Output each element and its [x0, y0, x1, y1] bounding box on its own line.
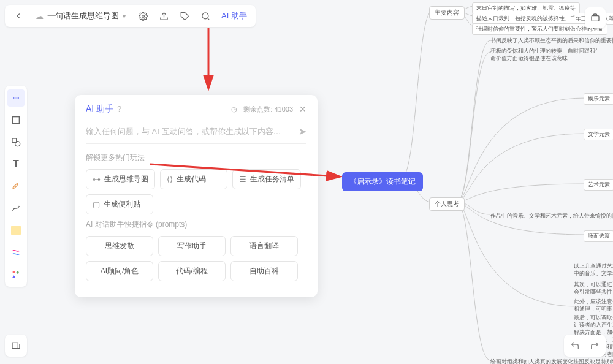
- chip-writing[interactable]: 写作助手: [158, 236, 226, 256]
- top-toolbar: ☁ 一句话生成思维导图 ▾ AI 助手: [5, 5, 256, 27]
- redo-button[interactable]: [586, 337, 603, 354]
- mindmap-leaf[interactable]: 相通理，可明事: [574, 305, 612, 313]
- breadcrumb[interactable]: ☁ 一句话生成思维导图 ▾: [31, 10, 131, 21]
- tool-sticky[interactable]: [7, 222, 25, 239]
- mindmap-node-main[interactable]: 主要内容: [429, 6, 465, 20]
- svg-marker-10: [12, 275, 15, 278]
- svg-rect-12: [592, 16, 599, 21]
- ai-input-row: ➤: [86, 122, 306, 144]
- chip-generate-tasklist[interactable]: ☰生成任务清单: [232, 169, 301, 189]
- search-button[interactable]: [197, 7, 214, 25]
- mindmap-leaf[interactable]: 作品中的音乐、文学和艺术元素，给人带来愉悦的阅读感受: [490, 212, 613, 220]
- send-button[interactable]: ➤: [299, 126, 306, 137]
- undo-button[interactable]: [566, 337, 584, 354]
- svg-rect-11: [12, 343, 18, 348]
- chip-encyclopedia[interactable]: 自助百科: [230, 261, 298, 281]
- chip-coding[interactable]: 代码/编程: [158, 261, 226, 281]
- tool-more[interactable]: [7, 266, 25, 283]
- code-icon: ⟨⟩: [167, 175, 173, 184]
- section-prompts-label: AI 对话助手快捷指令 (prompts): [86, 219, 306, 230]
- mindmap-node-entertainment[interactable]: 娱乐元素: [584, 93, 613, 105]
- ai-prompt-input[interactable]: [86, 127, 299, 136]
- section-hot-label: 解锁更多热门玩法: [86, 153, 306, 163]
- chip-generate-mindmap[interactable]: ⊶生成思维导图: [86, 169, 155, 189]
- credits-label: 剩余点数: 41003: [243, 105, 293, 114]
- tool-connector[interactable]: [7, 200, 25, 217]
- layers-button[interactable]: [5, 335, 27, 357]
- mindmap-leaf[interactable]: 中的音乐、文学和艺: [574, 270, 613, 278]
- svg-point-2: [202, 12, 208, 18]
- tool-frame[interactable]: [7, 112, 25, 129]
- chip-generate-sticky[interactable]: ▢生成便利贴: [86, 194, 153, 214]
- back-button[interactable]: [10, 7, 27, 25]
- credits-icon: ◷: [231, 105, 237, 113]
- svg-rect-4: [13, 97, 18, 99]
- mindmap-leaf[interactable]: 会引发哪些共性，并: [574, 288, 613, 296]
- tool-shape[interactable]: [7, 134, 25, 151]
- mindmap-node-art[interactable]: 艺术元素: [584, 179, 613, 191]
- mindmap-node-scene[interactable]: 场面选渡: [584, 230, 613, 242]
- cloud-icon: ☁: [36, 12, 44, 21]
- mindmap-leaf[interactable]: 绘画对组类和如人类真的发展变化挂图反映是特别对各发展: [490, 358, 613, 364]
- help-icon[interactable]: ?: [117, 105, 121, 113]
- tool-text[interactable]: T: [7, 156, 25, 173]
- tool-mindmap[interactable]: [7, 244, 25, 261]
- settings-button[interactable]: [134, 7, 151, 25]
- breadcrumb-title: 一句话生成思维导图: [47, 10, 119, 21]
- mindmap-leaf[interactable]: 书阅反映了人类不顾生态平衡的后果和信仰的重要性: [490, 37, 613, 45]
- sticky-icon: ▢: [93, 200, 100, 209]
- side-toolbar: T: [5, 86, 27, 287]
- svg-rect-8: [13, 271, 15, 273]
- chip-ai-role[interactable]: AI顾问/角色: [86, 261, 153, 281]
- tool-pen[interactable]: [7, 178, 25, 195]
- tag-button[interactable]: [176, 7, 193, 25]
- mindmap-icon: ⊶: [93, 175, 101, 184]
- tool-select[interactable]: [7, 89, 25, 107]
- toolbox-button[interactable]: [585, 7, 606, 28]
- ai-assistant-link[interactable]: AI 助手: [218, 10, 251, 21]
- mindmap-leaf[interactable]: 积极的受惊和人的生理的转奏、自时间跟和生命价值方面做得很是使在该意味: [490, 48, 601, 62]
- chip-generate-code[interactable]: ⟨⟩生成代码: [160, 169, 227, 189]
- chip-translate[interactable]: 语言翻译: [230, 236, 298, 256]
- svg-point-7: [15, 142, 20, 146]
- svg-point-9: [17, 271, 19, 274]
- mindmap-root-node[interactable]: 《启示录》读书笔记: [342, 172, 423, 191]
- mindmap-node-literature[interactable]: 文学元素: [584, 129, 613, 140]
- svg-point-0: [142, 15, 144, 17]
- ai-assistant-panel: AI 助手 ? ◷ 剩余点数: 41003 ✕ ➤ 解锁更多热门玩法 ⊶生成思维…: [75, 95, 318, 297]
- close-button[interactable]: ✕: [299, 104, 306, 114]
- history-controls: [564, 335, 606, 357]
- export-button[interactable]: [155, 7, 172, 25]
- mindmap-node-think[interactable]: 个人思考: [429, 197, 465, 211]
- svg-line-3: [207, 18, 209, 20]
- annotation-arrow-1: [153, 28, 227, 95]
- chevron-down-icon: ▾: [123, 13, 126, 20]
- chip-diverge[interactable]: 思维发散: [86, 236, 153, 256]
- svg-rect-5: [13, 117, 20, 124]
- list-icon: ☰: [239, 175, 246, 184]
- ai-panel-title: AI 助手 ?: [86, 104, 121, 115]
